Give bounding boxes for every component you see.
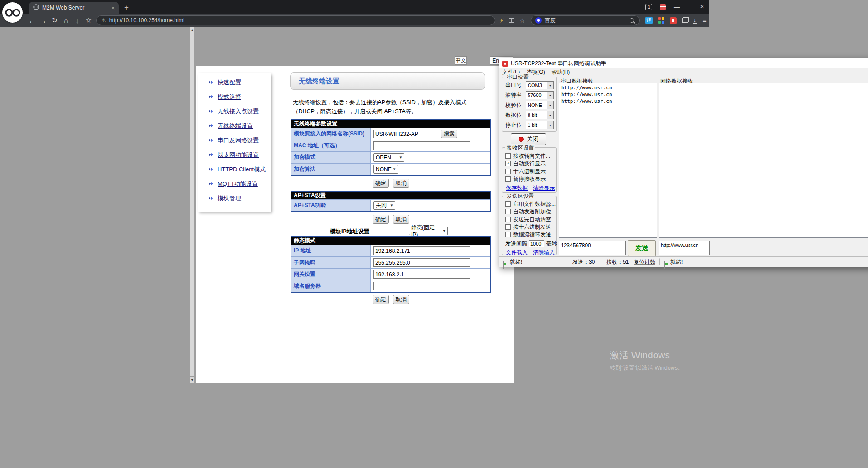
sidebar-item-serial-network[interactable]: 串口及网络设置	[198, 136, 271, 145]
sidebar-item-httpd-client[interactable]: HTTPD Client模式	[198, 165, 271, 174]
reader-mode-icon[interactable]	[509, 18, 514, 23]
translate-icon[interactable]: 译	[645, 17, 653, 24]
download-page-icon[interactable]: ↓	[72, 17, 83, 24]
dns-input[interactable]	[373, 282, 470, 290]
send-option-row[interactable]: 数据流循环发送	[502, 231, 556, 238]
tab-close-icon[interactable]: ×	[111, 5, 115, 11]
sidebar-link[interactable]: HTTPD Client模式	[218, 165, 266, 174]
menu-icon[interactable]: ≡	[702, 16, 706, 24]
recv-option-row[interactable]: 十六进制显示	[502, 168, 556, 175]
gateway-input[interactable]	[373, 270, 470, 279]
refresh-button[interactable]: ↻	[49, 16, 60, 24]
home-button[interactable]: ⌂	[60, 17, 72, 24]
send-option-row[interactable]: 启用文件数据源...	[502, 200, 556, 207]
checkbox[interactable]	[505, 224, 511, 230]
clear-input-link[interactable]: 清除输入	[533, 249, 555, 256]
encryption-alg-select[interactable]: NONE ▼	[373, 165, 398, 174]
net-send-input[interactable]: http://www.usr.cn	[659, 241, 710, 255]
tab-count-badge[interactable]: 1	[645, 4, 652, 10]
checkbox[interactable]	[505, 232, 511, 237]
serial-recv-area[interactable]: http://www.usr.cn http://www.usr.cn http…	[559, 83, 657, 238]
download-manager-icon[interactable]: ↓	[693, 17, 697, 24]
minimize-button[interactable]: —	[674, 4, 680, 10]
ok-button[interactable]: 确定	[373, 215, 389, 224]
send-button[interactable]: 发送	[628, 240, 656, 256]
checkbox[interactable]	[505, 161, 511, 166]
ok-button[interactable]: 确定	[373, 179, 389, 188]
lightning-icon[interactable]: ⚡	[499, 17, 504, 24]
send-option-row[interactable]: 按十六进制发送	[502, 223, 556, 231]
send-option-row[interactable]: 自动发送附加位	[502, 208, 556, 215]
sidebar-link[interactable]: 串口及网络设置	[218, 136, 259, 145]
close-window-button[interactable]: ×	[700, 4, 704, 10]
sidebar-item-wireless-sta[interactable]: 无线终端设置	[198, 121, 271, 130]
checkbox[interactable]	[505, 201, 511, 207]
scroll-thumb[interactable]	[190, 34, 194, 377]
com-port-select[interactable]: COM3 ▼	[526, 81, 554, 89]
sidebar-link[interactable]: 快速配置	[218, 78, 241, 87]
serial-close-button[interactable]: 关闭	[511, 133, 546, 145]
sidebar-link[interactable]: 模块管理	[218, 194, 241, 203]
load-file-link[interactable]: 文件载入	[506, 249, 528, 256]
encryption-mode-select[interactable]: OPEN ▼	[373, 153, 404, 162]
data-bits-select[interactable]: 8 bit ▼	[526, 111, 554, 119]
sidebar-link[interactable]: 以太网功能设置	[218, 151, 259, 159]
cancel-button[interactable]: 取消	[393, 179, 409, 188]
favorite-star-icon[interactable]: ☆	[519, 17, 525, 24]
app-titlebar[interactable]: USR-TCP232-Test 串口转网络调试助手	[499, 58, 868, 68]
checkbox[interactable]	[505, 217, 511, 222]
crop-icon[interactable]	[682, 18, 688, 23]
interval-input[interactable]	[529, 240, 544, 247]
parity-select[interactable]: NONE ▼	[526, 101, 554, 109]
checkbox[interactable]	[505, 153, 511, 159]
reset-count-link[interactable]: 复位计数	[634, 258, 655, 266]
sidebar-link[interactable]: MQTT功能设置	[218, 180, 258, 188]
clear-display-link[interactable]: 清除显示	[533, 184, 555, 192]
ip-address-input[interactable]	[373, 246, 470, 255]
search-engine-label[interactable]: 百度	[545, 17, 626, 24]
url-text[interactable]: http://10.10.100.254/home.html	[109, 17, 184, 24]
apps-grid-icon[interactable]	[658, 17, 664, 24]
checkbox[interactable]	[505, 209, 511, 214]
sidebar-link[interactable]: 模式选择	[218, 93, 241, 101]
ssid-input[interactable]	[373, 130, 438, 138]
scroll-up-button[interactable]: ▲	[190, 27, 194, 34]
sidebar-item-mode-select[interactable]: 模式选择	[198, 92, 271, 101]
page-scrollbar[interactable]: ▲ ▼	[190, 27, 194, 383]
ok-button[interactable]: 确定	[373, 295, 389, 304]
save-data-link[interactable]: 保存数据	[506, 184, 528, 192]
stop-bits-select[interactable]: 1 bit ▼	[526, 121, 554, 129]
recv-option-row[interactable]: 自动换行显示	[502, 160, 556, 167]
sidebar-item-quick-config[interactable]: 快速配置	[198, 78, 271, 87]
new-tab-button[interactable]: +	[124, 2, 129, 14]
sidebar-item-mqtt[interactable]: MQTT功能设置	[198, 179, 271, 188]
sidebar-item-module-mgmt[interactable]: 模块管理	[198, 194, 271, 203]
ssid-search-button[interactable]: 搜索	[441, 130, 457, 138]
serial-send-input[interactable]: 1234567890	[559, 241, 626, 255]
net-recv-area[interactable]	[659, 83, 868, 238]
checkbox[interactable]	[505, 176, 511, 182]
gift-icon[interactable]	[660, 4, 666, 10]
recv-option-row[interactable]: 接收转向文件...	[502, 152, 556, 159]
recv-option-row[interactable]: 暂停接收显示	[502, 175, 556, 183]
scroll-down-button[interactable]: ▼	[190, 377, 194, 383]
screenshot-app-icon[interactable]	[670, 17, 677, 24]
bookmark-star-icon[interactable]: ☆	[83, 16, 94, 24]
ip-mode-select[interactable]: 静态(固定IP) ▼	[409, 227, 448, 235]
search-box[interactable]: 百度	[531, 15, 640, 25]
send-option-row[interactable]: 发送完自动清空	[502, 216, 556, 223]
search-icon[interactable]	[630, 18, 634, 23]
subnet-mask-input[interactable]	[373, 258, 470, 267]
sidebar-link[interactable]: 无线接入点设置	[218, 107, 259, 116]
sidebar-item-wireless-ap[interactable]: 无线接入点设置	[198, 107, 271, 116]
baud-rate-select[interactable]: 57600 ▼	[526, 91, 554, 99]
mac-input[interactable]	[373, 141, 470, 150]
sidebar-item-ethernet[interactable]: 以太网功能设置	[198, 150, 271, 159]
lang-tab-chinese[interactable]: 中文	[455, 56, 467, 65]
checkbox[interactable]	[505, 169, 511, 174]
browser-tab[interactable]: M2M Web Server ×	[29, 2, 119, 14]
back-button[interactable]: ←	[26, 17, 38, 24]
maximize-button[interactable]	[688, 5, 692, 9]
sidebar-link[interactable]: 无线终端设置	[218, 122, 253, 130]
address-bar[interactable]: ⚠ http://10.10.100.254/home.html	[96, 15, 495, 25]
